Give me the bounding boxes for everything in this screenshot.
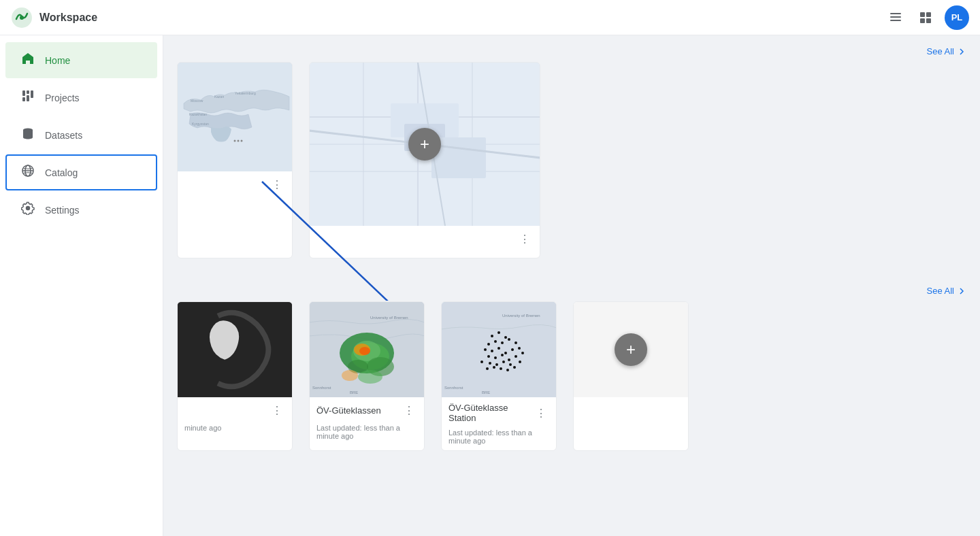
svg-text:Kazan: Kazan — [214, 95, 224, 99]
svg-point-88 — [519, 361, 521, 363]
section2-see-all[interactable]: See All — [927, 286, 966, 296]
sidebar-item-settings[interactable]: Settings — [5, 192, 157, 228]
section-2: See All — [163, 275, 980, 470]
card-city-info: ⋮ — [310, 226, 540, 252]
svg-point-80 — [495, 363, 498, 366]
catalog-icon — [20, 164, 35, 181]
card-heatmap-menu[interactable]: ⋮ — [401, 403, 417, 418]
svg-point-66 — [484, 348, 487, 351]
card-dots-title: ÖV-Güteklasse Station — [448, 403, 533, 423]
svg-point-74 — [501, 354, 504, 356]
sidebar-item-home[interactable]: Home — [5, 42, 157, 78]
card-world[interactable]: Moscow Kazan Yekaterinburg Kazakhstan Ky… — [177, 62, 293, 258]
svg-rect-5 — [920, 12, 925, 17]
section-1: See All Moscow — [163, 35, 980, 272]
svg-point-77 — [521, 352, 524, 354]
svg-point-28 — [234, 140, 236, 142]
sidebar-item-home-label: Home — [45, 55, 70, 66]
user-avatar[interactable]: PL — [945, 5, 969, 30]
svg-rect-9 — [22, 90, 25, 96]
svg-point-1 — [20, 16, 24, 20]
svg-point-65 — [514, 341, 517, 344]
section1-header: See All — [163, 41, 980, 59]
card-dots-timestamp: Last updated: less than a minute ago — [442, 429, 556, 450]
section1-see-all[interactable]: See All — [927, 46, 966, 56]
svg-text:BRE: BRE — [350, 390, 358, 395]
svg-rect-4 — [890, 20, 901, 21]
card-dark[interactable]: ⋮ minute ago — [177, 301, 293, 451]
home-icon — [20, 52, 35, 69]
add-card-button[interactable]: + — [408, 128, 441, 161]
card-city[interactable]: + ⋮ — [309, 62, 540, 258]
svg-point-79 — [489, 362, 491, 365]
app-logo — [11, 7, 33, 29]
svg-rect-8 — [926, 18, 931, 23]
sidebar-item-settings-label: Settings — [45, 205, 80, 216]
svg-point-68 — [497, 347, 500, 350]
card-heatmap[interactable]: Sonnhorst BRE University of Bremen ÖV-Gü… — [309, 301, 425, 451]
grid-view-button[interactable] — [915, 7, 936, 29]
svg-rect-10 — [27, 90, 29, 94]
card-dots-menu[interactable]: ⋮ — [533, 405, 549, 421]
svg-point-52 — [358, 370, 382, 384]
svg-point-84 — [493, 366, 495, 369]
card-dark-map — [178, 302, 292, 397]
card-world-map: Moscow Kazan Yekaterinburg Kazakhstan Ky… — [178, 63, 292, 171]
projects-icon — [20, 89, 35, 106]
card-dark-menu[interactable]: ⋮ — [269, 403, 285, 418]
add-dataset-button[interactable]: + — [615, 333, 647, 366]
section1-cards: Moscow Kazan Yekaterinburg Kazakhstan Ky… — [163, 59, 980, 267]
svg-point-85 — [506, 369, 509, 371]
svg-point-69 — [504, 352, 507, 354]
svg-point-63 — [487, 343, 490, 346]
svg-point-49 — [359, 347, 370, 355]
layout: Home Projects — [0, 35, 980, 536]
svg-text:BRE: BRE — [482, 390, 490, 395]
card-world-menu[interactable]: ⋮ — [269, 177, 285, 192]
svg-point-61 — [494, 340, 497, 343]
svg-point-59 — [497, 331, 500, 334]
svg-text:Kazakhstan: Kazakhstan — [189, 112, 207, 116]
svg-point-64 — [508, 338, 510, 341]
svg-text:Yekaterinburg: Yekaterinburg — [235, 91, 256, 95]
topbar-right: PL — [885, 5, 969, 30]
svg-point-71 — [518, 347, 521, 350]
main-content: See All Moscow — [163, 35, 980, 536]
svg-point-30 — [241, 140, 243, 142]
list-view-button[interactable] — [885, 7, 906, 29]
svg-point-60 — [504, 336, 507, 339]
sidebar-item-datasets-label: Datasets — [45, 130, 82, 141]
app-title: Workspace — [39, 12, 97, 24]
card-world-timestamp — [178, 198, 292, 203]
card-add-info: ⋮ — [574, 397, 688, 424]
svg-point-78 — [480, 361, 483, 363]
card-city-menu[interactable]: ⋮ — [517, 231, 533, 247]
section1-see-all-label: See All — [927, 46, 954, 56]
svg-rect-6 — [926, 12, 931, 17]
sidebar-item-projects[interactable]: Projects — [5, 80, 157, 116]
svg-rect-3 — [890, 16, 901, 18]
svg-rect-11 — [31, 90, 33, 98]
svg-point-58 — [491, 335, 493, 337]
svg-rect-7 — [920, 18, 925, 23]
sidebar-item-projects-label: Projects — [45, 93, 80, 103]
card-dots[interactable]: Sonnhorst BRE University of Bremen ÖV-Gü… — [441, 301, 557, 451]
card-city-timestamp — [310, 252, 540, 258]
svg-rect-12 — [22, 97, 25, 101]
svg-point-62 — [501, 341, 504, 344]
card-heatmap-map: Sonnhorst BRE University of Bremen — [310, 302, 424, 397]
svg-text:Moscow: Moscow — [191, 99, 203, 103]
card-dots-info: ÖV-Güteklasse Station ⋮ — [442, 397, 556, 429]
card-dots-map: Sonnhorst BRE University of Bremen — [442, 302, 556, 397]
card-add[interactable]: + ⋮ — [573, 301, 689, 451]
svg-rect-2 — [890, 13, 901, 14]
svg-point-83 — [500, 367, 502, 370]
sidebar-item-datasets[interactable]: Datasets — [5, 117, 157, 153]
svg-point-70 — [511, 348, 514, 351]
card-world-info: ⋮ — [178, 171, 292, 198]
sidebar-item-catalog[interactable]: Catalog — [5, 154, 157, 190]
svg-point-76 — [514, 355, 517, 358]
topbar-left: Workspace — [11, 7, 97, 29]
svg-point-67 — [491, 350, 493, 352]
card-city-map: + — [310, 63, 540, 226]
